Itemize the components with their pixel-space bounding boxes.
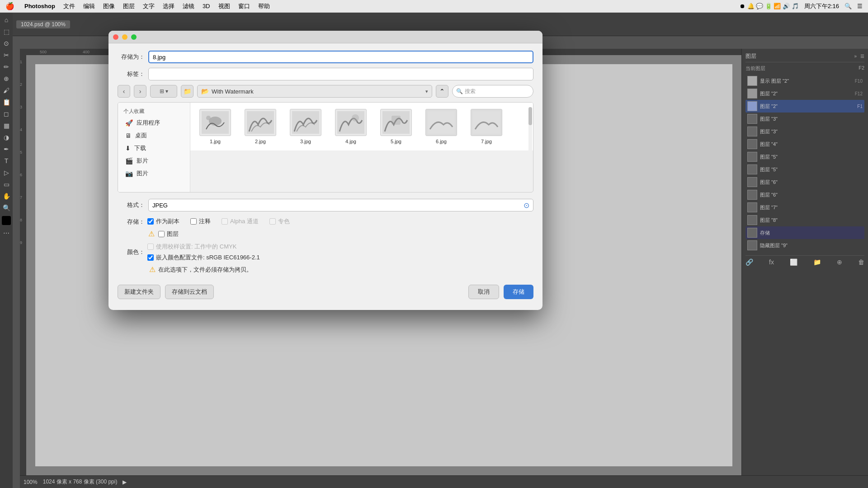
expand-button[interactable]: ⌃ bbox=[436, 85, 448, 98]
path-tool[interactable]: ▷ bbox=[1, 167, 12, 178]
color-proof-option[interactable]: 使用校样设置: 工作中的 CMYK bbox=[147, 243, 533, 251]
back-button[interactable]: ‹ bbox=[118, 85, 130, 98]
sidebar-item-apps[interactable]: 🚀 应用程序 bbox=[120, 117, 188, 129]
marquee-tool[interactable]: ⬚ bbox=[1, 26, 12, 37]
more-tools[interactable]: ⋯ bbox=[1, 228, 12, 239]
panel-menu[interactable]: ☰ bbox=[860, 54, 864, 59]
crop-tool[interactable]: ✂ bbox=[1, 50, 12, 61]
clone-tool[interactable]: 📋 bbox=[1, 97, 12, 108]
layer-item[interactable]: 存储 bbox=[745, 226, 864, 239]
arrow-icon[interactable]: ▶ bbox=[123, 479, 127, 485]
effects-icon[interactable]: fx bbox=[769, 258, 774, 266]
group-icon[interactable]: 📁 bbox=[813, 258, 821, 266]
layer-item[interactable]: 图层 "6" bbox=[745, 188, 864, 201]
menu-image[interactable]: 图像 bbox=[103, 2, 115, 10]
embed-profile-checkbox[interactable] bbox=[147, 254, 154, 261]
link-icon[interactable]: 🔗 bbox=[745, 258, 753, 266]
mask-icon[interactable]: ⬜ bbox=[790, 258, 797, 266]
layer-item[interactable]: 图层 "5" bbox=[745, 163, 864, 176]
forward-button[interactable]: › bbox=[134, 85, 146, 98]
file-item[interactable]: 6.jpg bbox=[421, 107, 462, 146]
close-button[interactable] bbox=[113, 34, 118, 40]
eyedropper-tool[interactable]: ✏ bbox=[1, 61, 12, 72]
layer-item[interactable]: 图层 "4" bbox=[745, 138, 864, 150]
delete-icon[interactable]: 🗑 bbox=[858, 258, 864, 266]
save-button[interactable]: 存储 bbox=[504, 285, 533, 299]
file-scrollbar[interactable] bbox=[528, 107, 532, 188]
expand-icon[interactable]: » bbox=[854, 54, 857, 59]
layer-item[interactable]: 图层 "7" bbox=[745, 201, 864, 214]
text-tool[interactable]: T bbox=[1, 155, 12, 166]
file-item[interactable]: 2.jpg bbox=[240, 107, 281, 146]
shape-tool[interactable]: ▭ bbox=[1, 179, 12, 190]
sidebar-item-desktop[interactable]: 🖥 桌面 bbox=[120, 129, 188, 142]
location-dropdown[interactable]: 📂 With Watermark ▾ bbox=[197, 85, 432, 98]
minimize-button[interactable] bbox=[122, 34, 127, 40]
file-item[interactable]: 1.jpg bbox=[195, 107, 236, 146]
save-as-copy-option[interactable]: 作为副本 bbox=[147, 217, 179, 225]
menu-photoshop[interactable]: Photoshop bbox=[24, 3, 55, 9]
menu-file[interactable]: 文件 bbox=[63, 2, 75, 10]
menu-edit[interactable]: 编辑 bbox=[83, 2, 95, 10]
brush-tool[interactable]: 🖌 bbox=[1, 85, 12, 96]
gradient-tool[interactable]: ▦ bbox=[1, 120, 12, 131]
save-options-row: 存储： 作为副本 注释 Alpha 通道 专色 bbox=[118, 217, 533, 226]
tags-input[interactable] bbox=[148, 68, 533, 80]
new-folder-nav-button[interactable]: 📁 bbox=[181, 85, 193, 98]
view-mode-button[interactable]: ⊞ ▾ bbox=[150, 85, 177, 98]
menu-select[interactable]: 选择 bbox=[163, 2, 175, 10]
eraser-tool[interactable]: ◻ bbox=[1, 108, 12, 119]
file-item[interactable]: 4.jpg bbox=[330, 107, 371, 146]
adjustment-icon[interactable]: ⊕ bbox=[837, 258, 842, 266]
maximize-button[interactable] bbox=[131, 34, 137, 40]
menu-view[interactable]: 视图 bbox=[218, 2, 230, 10]
cancel-button[interactable]: 取消 bbox=[468, 285, 499, 299]
sidebar-item-downloads[interactable]: ⬇ 下载 bbox=[120, 142, 188, 155]
embed-profile-option[interactable]: 嵌入颜色配置文件: sRGB IEC61966-2.1 bbox=[147, 253, 533, 262]
format-select[interactable]: JPEG ⊙ bbox=[148, 199, 533, 211]
layer-item[interactable]: 隐藏图层 "9" bbox=[745, 239, 864, 252]
alpha-channel-option[interactable]: Alpha 通道 bbox=[222, 217, 259, 225]
healing-tool[interactable]: ⊕ bbox=[1, 73, 12, 84]
notes-option[interactable]: 注释 bbox=[190, 217, 211, 225]
pen-tool[interactable]: ✒ bbox=[1, 144, 12, 155]
layer-item[interactable]: 图层 "8" bbox=[745, 214, 864, 226]
lasso-tool[interactable]: ⊙ bbox=[1, 38, 12, 49]
sidebar-item-pictures[interactable]: 📷 图片 bbox=[120, 167, 188, 180]
save-as-copy-checkbox[interactable] bbox=[147, 218, 154, 225]
sidebar-item-movies[interactable]: 🎬 影片 bbox=[120, 155, 188, 167]
tab-doc[interactable]: 1024.psd @ 100% bbox=[16, 20, 70, 28]
menu-help[interactable]: 帮助 bbox=[258, 2, 270, 10]
menu-filter[interactable]: 滤镜 bbox=[183, 2, 194, 10]
hand-tool[interactable]: ✋ bbox=[1, 191, 12, 202]
search-icon[interactable]: 🔍 bbox=[844, 3, 852, 9]
layers-option[interactable]: 图层 bbox=[158, 230, 179, 238]
zoom-tool[interactable]: 🔍 bbox=[1, 202, 12, 213]
layer-item[interactable]: 显示 图层 "2" F10 bbox=[745, 75, 864, 87]
layer-item[interactable]: 图层 "3" bbox=[745, 113, 864, 125]
menu-window[interactable]: 窗口 bbox=[238, 2, 250, 10]
spot-color-option[interactable]: 专色 bbox=[269, 217, 290, 225]
file-item[interactable]: 7.jpg bbox=[466, 107, 507, 146]
layer-item[interactable]: 图层 "3" bbox=[745, 125, 864, 138]
menu-type[interactable]: 文字 bbox=[143, 2, 155, 10]
control-center-icon[interactable]: ☰ bbox=[857, 3, 863, 9]
file-item[interactable]: 5.jpg bbox=[376, 107, 416, 146]
menu-3d[interactable]: 3D bbox=[203, 3, 210, 9]
foreground-color[interactable] bbox=[2, 216, 11, 225]
layer-item[interactable]: 图层 "2" F1 bbox=[745, 100, 864, 113]
layer-item[interactable]: 图层 "5" bbox=[745, 150, 864, 163]
notes-checkbox[interactable] bbox=[190, 218, 197, 225]
cloud-save-button[interactable]: 存储到云文档 bbox=[165, 285, 214, 299]
layers-checkbox[interactable] bbox=[158, 231, 165, 237]
layer-item[interactable]: 图层 "2" F12 bbox=[745, 87, 864, 100]
menu-layer[interactable]: 图层 bbox=[123, 2, 135, 10]
filename-input[interactable] bbox=[148, 51, 533, 63]
layer-item[interactable]: 图层 "6" bbox=[745, 176, 864, 188]
file-item[interactable]: 3.jpg bbox=[285, 107, 326, 146]
new-folder-button[interactable]: 新建文件夹 bbox=[118, 285, 160, 299]
dodge-tool[interactable]: ◑ bbox=[1, 132, 12, 143]
search-box[interactable]: 🔍 搜索 bbox=[452, 85, 533, 98]
home-tool[interactable]: ⌂ bbox=[1, 14, 12, 25]
apple-menu[interactable]: 🍎 bbox=[5, 2, 14, 10]
